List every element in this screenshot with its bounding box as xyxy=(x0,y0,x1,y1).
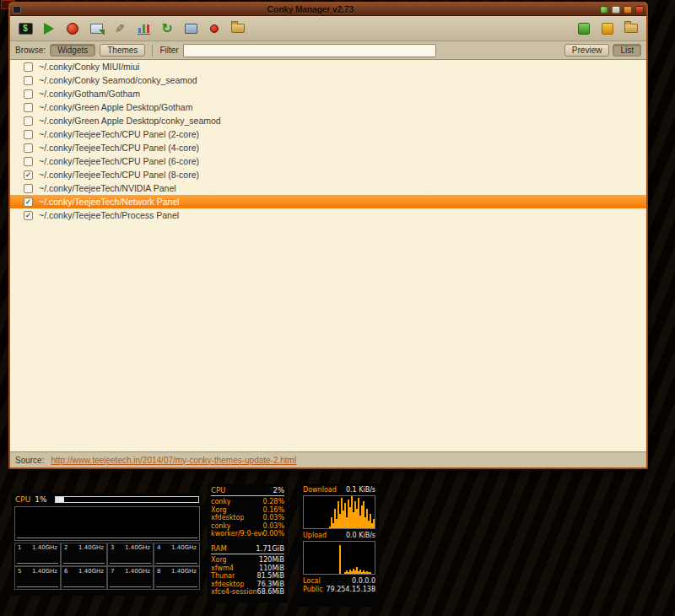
cpu-core-number: 6 xyxy=(64,568,68,575)
theme-checkbox[interactable] xyxy=(24,89,33,99)
import-button[interactable] xyxy=(86,19,106,39)
process-row: xfce4-session68.6MiB xyxy=(211,588,284,597)
theme-path-label: ~/.conky/Conky MIUI/miui xyxy=(39,62,139,72)
theme-checkbox[interactable] xyxy=(24,184,33,193)
cpu-history-graph xyxy=(14,506,200,541)
divider xyxy=(211,554,284,554)
folder-open-button[interactable] xyxy=(621,19,641,39)
themes-tab-button[interactable]: Themes xyxy=(100,44,145,57)
theme-list-row[interactable]: ✓~/.conky/TeejeeTech/Process Panel xyxy=(10,208,646,222)
ram-section-total: 1.71GiB xyxy=(256,544,284,553)
theme-list-row[interactable]: ~/.conky/Conky MIUI/miui xyxy=(10,60,646,73)
process-name: Xorg xyxy=(211,506,227,515)
cpu-core-graph xyxy=(63,577,105,587)
process-row: conky0.03% xyxy=(211,522,284,531)
widgets-tab-button[interactable]: Widgets xyxy=(50,44,95,57)
play-button[interactable] xyxy=(39,19,59,39)
theme-checkbox[interactable] xyxy=(24,76,33,85)
cpu-core-cell: 31.40GHz xyxy=(107,543,154,566)
theme-checkbox[interactable]: ✓ xyxy=(24,170,33,180)
cpu-core-graph xyxy=(17,554,58,564)
process-row: Thunar81.5MiB xyxy=(211,572,284,581)
close-button[interactable] xyxy=(635,6,644,14)
chart-button[interactable] xyxy=(133,19,154,39)
folder-button[interactable] xyxy=(228,19,248,39)
theme-checkbox[interactable] xyxy=(24,130,33,139)
process-value: 0.03% xyxy=(263,522,284,531)
theme-checkbox[interactable] xyxy=(24,143,33,153)
maximize-button[interactable] xyxy=(624,6,632,14)
process-value: 110MiB xyxy=(259,565,284,573)
process-row: xfwm4110MiB xyxy=(211,565,284,573)
theme-checkbox[interactable]: ✓ xyxy=(24,211,33,220)
process-value: 0.16% xyxy=(263,506,284,515)
record-button[interactable] xyxy=(204,19,224,39)
window-title: Conky Manager v2.73 xyxy=(21,5,600,14)
divider xyxy=(211,495,284,496)
edit-button[interactable]: ✎ xyxy=(110,19,130,39)
screen-icon xyxy=(185,24,197,34)
theme-list-row[interactable]: ~/.conky/TeejeeTech/CPU Panel (6-core) xyxy=(10,154,646,168)
theme-checkbox[interactable]: ✓ xyxy=(24,197,33,207)
theme-list-row[interactable]: ~/.conky/TeejeeTech/NVIDIA Panel xyxy=(10,181,646,195)
stop-button[interactable] xyxy=(62,19,83,39)
import-icon xyxy=(90,24,103,34)
refresh-button[interactable]: ↻ xyxy=(157,19,177,39)
cpu-core-graph xyxy=(156,554,197,564)
theme-list-row[interactable]: ~/.conky/Green Apple Desktop/conky_seamo… xyxy=(10,114,646,127)
download-header: Download 0.1 KiB/s xyxy=(303,486,375,494)
graph-bar xyxy=(375,525,375,528)
filter-input[interactable] xyxy=(183,44,436,57)
stop-icon xyxy=(67,23,78,35)
view-buttons: Preview List xyxy=(564,44,641,57)
process-name: kworker/9:0-even xyxy=(211,530,263,538)
theme-list-row[interactable]: ✓~/.conky/TeejeeTech/CPU Panel (8-core) xyxy=(10,168,646,181)
theme-path-label: ~/.conky/Green Apple Desktop/Gotham xyxy=(39,102,192,112)
theme-path-label: ~/.conky/Gotham/Gotham xyxy=(39,89,140,99)
theme-path-label: ~/.conky/TeejeeTech/CPU Panel (4-core) xyxy=(39,143,199,153)
donate-button[interactable] xyxy=(597,19,618,39)
screen-button[interactable] xyxy=(181,19,201,39)
process-row: Xorg120MiB xyxy=(211,556,284,565)
folder-open-icon xyxy=(624,24,638,33)
refresh-icon: ↻ xyxy=(161,20,172,36)
process-name: xfce4-session xyxy=(211,588,256,597)
theme-list-row[interactable]: ~/.conky/Green Apple Desktop/Gotham xyxy=(10,100,646,114)
titlebar[interactable]: Conky Manager v2.73 xyxy=(10,3,646,16)
process-value: 76.3MiB xyxy=(257,581,284,589)
theme-list-row[interactable]: ~/.conky/Gotham/Gotham xyxy=(10,87,646,100)
cpu-core-cell: 11.40GHz xyxy=(14,543,61,566)
cpu-section-label: CPU xyxy=(211,486,225,494)
cpu-core-cell: 81.40GHz xyxy=(154,566,200,590)
cpu-core-number: 3 xyxy=(111,544,114,551)
process-value: 81.5MiB xyxy=(257,572,284,581)
theme-list-row[interactable]: ✓~/.conky/TeejeeTech/Network Panel xyxy=(10,195,646,208)
theme-path-label: ~/.conky/TeejeeTech/Process Panel xyxy=(39,210,179,220)
package-icon xyxy=(578,23,590,35)
theme-list-row[interactable]: ~/.conky/TeejeeTech/CPU Panel (2-core) xyxy=(10,127,646,141)
theme-list-row[interactable]: ~/.conky/TeejeeTech/CPU Panel (4-core) xyxy=(10,141,646,154)
minimize-button[interactable] xyxy=(612,6,620,14)
list-button[interactable]: List xyxy=(613,44,641,57)
process-name: conky xyxy=(211,522,230,531)
theme-checkbox[interactable] xyxy=(24,103,33,112)
public-ip-label: Public xyxy=(303,586,323,594)
cpu-core-cell: 51.40GHz xyxy=(14,566,61,590)
source-link[interactable]: http://www.teejeetech.in/2014/07/my-conk… xyxy=(51,456,296,465)
package-button[interactable] xyxy=(574,19,594,39)
shade-button[interactable] xyxy=(600,6,608,14)
conky-cpu-panel: CPU 1% 11.40GHz21.40GHz31.40GHz41.40GHz5… xyxy=(12,493,202,596)
theme-checkbox[interactable] xyxy=(24,62,33,72)
theme-list-row[interactable]: ~/.conky/Conky Seamod/conky_seamod xyxy=(10,73,646,87)
cpu-core-frequency: 1.40GHz xyxy=(125,568,150,575)
cpu-core-frequency: 1.40GHz xyxy=(32,544,57,551)
cpu-label: CPU xyxy=(15,495,30,504)
public-ip-row: Public 79.254.15.138 xyxy=(303,586,375,594)
local-ip-row: Local 0.0.0.0 xyxy=(303,577,375,586)
process-name: xfdesktop xyxy=(211,514,244,522)
download-label: Download xyxy=(303,486,337,494)
theme-checkbox[interactable] xyxy=(24,157,33,166)
preview-button[interactable]: Preview xyxy=(564,44,610,57)
terminal-button[interactable]: $ xyxy=(15,19,35,39)
theme-checkbox[interactable] xyxy=(24,116,33,126)
